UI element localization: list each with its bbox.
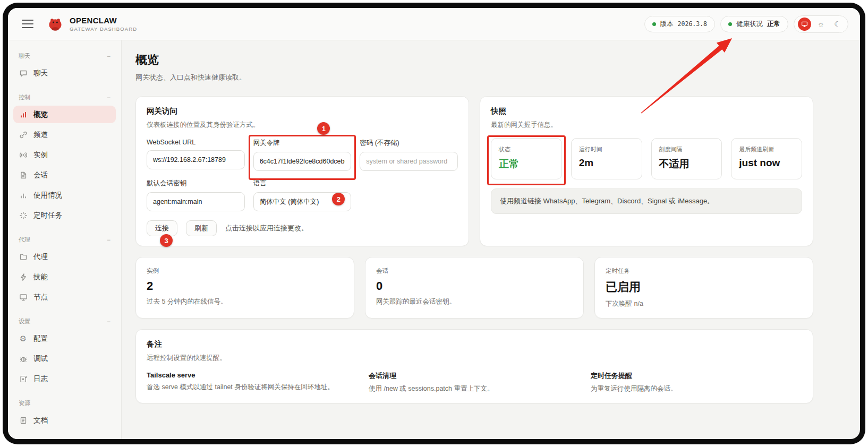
sidebar-item-channels[interactable]: 频道 [13,126,116,143]
bug-icon [19,354,28,363]
sidebar-item-agents[interactable]: 代理 [13,248,116,265]
field-label: 网关令牌 [253,139,352,148]
connect-button[interactable]: 连接 3 [147,220,177,236]
card-subtitle: 最新的网关握手信息。 [491,121,802,130]
stat-value: 2 [147,279,343,293]
note-desc: 首选 serve 模式以通过 tailnet 身份验证将网关保持在回环地址。 [147,383,358,392]
sidebar-item-skills[interactable]: 技能 [13,268,116,286]
notes-card: 备注 远程控制设置的快速提醒。 Tailscale serve 首选 serve… [135,329,813,403]
refresh-button[interactable]: 刷新 [186,220,217,236]
sidebar-item-label: 聊天 [33,68,48,78]
openclaw-logo-icon [47,16,63,32]
sidebar-item-instances[interactable]: 实例 [13,146,116,164]
stat-label: 定时任务 [606,267,802,275]
sidebar-item-nodes[interactable]: 节点 [13,288,116,306]
field-label: 密码 (不存储) [360,139,458,148]
field-label: 语言 [253,179,352,188]
section-label: 代理 [19,236,30,244]
field-label: 默认会话密钥 [147,179,245,188]
sidebar-item-label: 定时任务 [33,211,62,220]
websocket-url-field: WebSocket URL [147,139,245,171]
sidebar-section-chat: 聊天 − 聊天 [13,52,116,82]
top-header: OPENCLAW GATEWAY DASHBOARD 版本 2026.3.8 健… [8,8,860,40]
password-field: 密码 (不存储) [360,139,458,171]
tile-label: 运行时间 [579,145,634,153]
link-icon [19,130,28,139]
snapshot-card: 快照 最新的网关握手信息。 状态 正常 运行时间 2m 刻 [480,96,813,246]
stat-value: 已启用 [606,279,802,295]
collapse-minus-icon[interactable]: − [107,236,110,244]
note-title: Tailscale serve [147,371,358,379]
card-subtitle: 仪表板连接的位置及其身份验证方式。 [147,121,458,130]
stat-label: 实例 [147,267,343,275]
sidebar-item-overview[interactable]: 概览 [13,106,116,123]
channels-info-bar: 使用频道链接 WhatsApp、Telegram、Discord、Signal … [491,188,802,214]
hamburger-menu-button[interactable] [22,20,33,28]
password-input[interactable] [360,152,458,171]
version-badge: 版本 2026.3.8 [644,16,715,32]
session-key-input[interactable] [147,192,245,211]
sidebar-item-label: 技能 [33,272,48,282]
sidebar-item-label: 频道 [33,130,48,140]
instances-stat-card: 实例 2 过去 5 分钟内的在线信号。 [135,257,354,319]
sidebar-section-control: 控制 − 概览 频道 实例 会话 [13,93,116,224]
uptime-tile: 运行时间 2m [571,138,642,179]
gateway-token-input[interactable] [253,152,352,171]
connect-button-label: 连接 [155,224,169,232]
last-refresh-tile: 最后频道刷新 just now [731,138,802,179]
version-value: 2026.3.8 [678,20,707,28]
card-subtitle: 远程控制设置的快速提醒。 [147,354,802,363]
sidebar-item-label: 代理 [33,252,48,262]
sidebar-item-config[interactable]: ⚙ 配置 [13,330,116,347]
stat-desc: 下次唤醒 n/a [606,299,802,308]
scroll-icon [19,374,28,383]
chat-icon [19,68,28,78]
collapse-minus-icon[interactable]: − [107,53,110,60]
green-dot-icon [652,22,656,26]
card-title: 网关访问 [147,106,458,116]
note-title: 定时任务提醒 [591,371,802,381]
brand: OPENCLAW GATEWAY DASHBOARD [47,16,137,32]
sidebar-item-logs[interactable]: 日志 [13,370,116,388]
sidebar-item-label: 调试 [33,354,48,364]
theme-dark-button[interactable]: ☾ [831,18,844,31]
field-label: WebSocket URL [147,139,245,146]
gateway-access-card: 网关访问 仪表板连接的位置及其身份验证方式。 WebSocket URL 1 网… [135,96,469,246]
sun-icon: ☼ [818,20,824,28]
sidebar: 聊天 − 聊天 控制 − 概览 频道 [8,40,122,439]
section-label: 资源 [19,399,30,407]
card-title: 备注 [147,339,802,349]
tile-label: 最后频道刷新 [739,145,794,153]
stat-label: 会话 [376,267,573,275]
collapse-minus-icon[interactable]: − [107,94,110,101]
sidebar-item-usage[interactable]: 使用情况 [13,186,116,204]
note-cron-reminder: 定时任务提醒 为重复运行使用隔离的会话。 [591,371,802,393]
tile-value: 正常 [499,157,554,171]
note-title: 会话清理 [369,371,580,381]
sidebar-item-sessions[interactable]: 会话 [13,166,116,184]
websocket-url-input[interactable] [147,150,245,169]
theme-light-button[interactable]: ☼ [814,18,828,31]
note-desc: 为重复运行使用隔离的会话。 [591,384,802,393]
collapse-minus-icon[interactable]: − [107,318,110,325]
theme-switcher: ☼ ☾ [794,15,848,33]
sidebar-item-docs[interactable]: 文档 [13,411,116,429]
note-desc: 使用 /new 或 sessions.patch 重置上下文。 [369,384,580,393]
sidebar-item-cron[interactable]: 定时任务 [13,207,116,224]
theme-system-button[interactable] [798,18,811,31]
language-select[interactable]: 简体中文 (简体中文) [253,192,352,211]
sidebar-item-chat[interactable]: 聊天 [13,64,116,82]
sidebar-item-debug[interactable]: 调试 [13,350,116,367]
section-label: 控制 [19,93,30,101]
tick-interval-tile: 刻度间隔 不适用 [651,138,722,179]
usage-chart-icon [19,191,28,200]
tile-value: just now [739,157,794,169]
folder-icon [19,252,28,261]
doc-icon [19,416,28,425]
health-value: 正常 [767,20,780,29]
tile-label: 刻度间隔 [659,145,714,153]
moon-icon: ☾ [834,20,841,28]
broadcast-icon [19,150,28,159]
card-title: 快照 [491,106,802,116]
tile-value: 不适用 [659,157,714,171]
